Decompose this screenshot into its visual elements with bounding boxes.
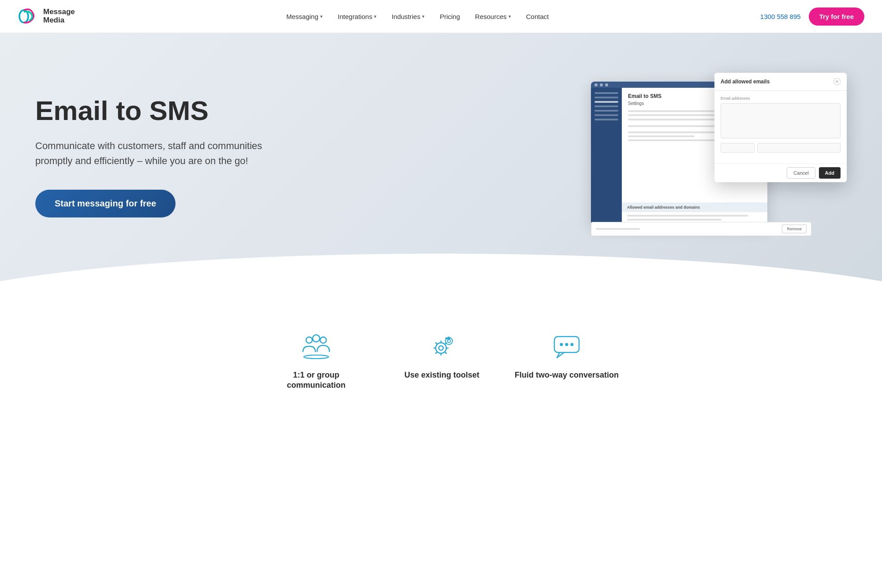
window-dot bbox=[600, 83, 603, 86]
sidebar-line-active bbox=[594, 101, 618, 103]
remove-button[interactable]: Remove bbox=[782, 225, 807, 233]
hero-section: Email to SMS Communicate with customers,… bbox=[0, 33, 882, 289]
sidebar-line bbox=[594, 92, 618, 94]
nav-pricing[interactable]: Pricing bbox=[434, 9, 466, 24]
navbar-right: 1300 558 895 Try for free bbox=[760, 7, 864, 26]
feature-title-toolset: Use existing toolset bbox=[404, 370, 479, 380]
logo-link[interactable]: MessageMedia bbox=[18, 6, 75, 27]
window-dot bbox=[605, 83, 608, 86]
sidebar-line bbox=[594, 97, 618, 98]
svg-point-10 bbox=[560, 343, 563, 346]
feature-card-communication: 1:1 or group communication bbox=[263, 333, 369, 391]
sidebar-lines bbox=[591, 88, 622, 127]
feature-card-conversation: Fluid two-way conversation bbox=[515, 333, 619, 391]
svg-point-11 bbox=[565, 343, 568, 346]
modal-input-small[interactable] bbox=[721, 143, 755, 153]
svg-point-6 bbox=[439, 346, 443, 350]
sidebar-line bbox=[594, 105, 618, 107]
hero-subtitle: Communicate with customers, staff and co… bbox=[35, 139, 265, 169]
conversation-icon bbox=[515, 333, 619, 361]
try-for-free-button[interactable]: Try for free bbox=[809, 7, 864, 26]
content-line bbox=[627, 215, 748, 217]
modal-input-large[interactable] bbox=[757, 143, 841, 153]
hero-content-left: Email to SMS Communicate with customers,… bbox=[35, 96, 265, 217]
modal-input-row bbox=[721, 143, 841, 153]
navbar: MessageMedia Messaging ▾ Integrations ▾ … bbox=[0, 0, 882, 33]
allowed-footer-line bbox=[596, 228, 640, 230]
logo-icon bbox=[18, 6, 39, 27]
features-section: 1:1 or group communication Use existing … bbox=[0, 289, 882, 417]
content-line bbox=[628, 131, 721, 133]
feature-title-conversation: Fluid two-way conversation bbox=[515, 370, 619, 380]
sidebar-line bbox=[594, 110, 618, 112]
nav-industries[interactable]: Industries ▾ bbox=[385, 9, 431, 24]
feature-title-communication: 1:1 or group communication bbox=[263, 370, 369, 391]
phone-link[interactable]: 1300 558 895 bbox=[760, 13, 801, 20]
hero-illustration: Email to SMS Settings Allowed email addr… bbox=[591, 73, 847, 240]
content-line bbox=[628, 114, 721, 116]
nav-integrations[interactable]: Integrations ▾ bbox=[332, 9, 383, 24]
allowed-footer: Remove bbox=[591, 222, 811, 236]
modal-add-button[interactable]: Add bbox=[819, 167, 841, 179]
content-line bbox=[628, 135, 695, 137]
modal-title: Add allowed emails bbox=[721, 79, 770, 85]
nav-resources[interactable]: Resources ▾ bbox=[469, 9, 517, 24]
feature-card-toolset: Use existing toolset bbox=[404, 333, 479, 391]
svg-point-2 bbox=[313, 335, 320, 342]
svg-point-4 bbox=[304, 355, 329, 359]
modal-cancel-button[interactable]: Cancel bbox=[787, 167, 815, 179]
chevron-down-icon: ▾ bbox=[508, 14, 511, 19]
svg-point-3 bbox=[320, 337, 326, 343]
hero-cta-button[interactable]: Start messaging for free bbox=[35, 190, 176, 217]
nav-links: Messaging ▾ Integrations ▾ Industries ▾ … bbox=[280, 9, 555, 24]
svg-point-8 bbox=[447, 340, 450, 343]
modal-window: Add allowed emails ✕ Email addresses Can… bbox=[714, 73, 847, 182]
chevron-down-icon: ▾ bbox=[374, 14, 377, 19]
modal-footer: Cancel Add bbox=[714, 163, 847, 182]
group-communication-icon bbox=[263, 333, 369, 361]
app-sidebar bbox=[591, 88, 622, 225]
logo-text: MessageMedia bbox=[43, 8, 75, 24]
nav-messaging[interactable]: Messaging ▾ bbox=[280, 9, 329, 24]
chevron-down-icon: ▾ bbox=[422, 14, 425, 19]
window-dot bbox=[594, 83, 598, 86]
sidebar-line bbox=[594, 119, 618, 120]
content-line bbox=[627, 219, 721, 221]
nav-contact[interactable]: Contact bbox=[520, 9, 555, 24]
hero-title: Email to SMS bbox=[35, 96, 265, 126]
modal-close-button[interactable]: ✕ bbox=[833, 78, 841, 85]
modal-body: Email addresses bbox=[714, 91, 847, 163]
modal-email-label: Email addresses bbox=[721, 96, 841, 101]
svg-point-12 bbox=[571, 343, 574, 346]
chevron-down-icon: ▾ bbox=[320, 14, 323, 19]
svg-point-1 bbox=[306, 337, 312, 343]
modal-header: Add allowed emails ✕ bbox=[714, 73, 847, 91]
toolset-icon bbox=[404, 333, 479, 361]
modal-email-textarea[interactable] bbox=[721, 103, 841, 139]
sidebar-line bbox=[594, 114, 618, 116]
